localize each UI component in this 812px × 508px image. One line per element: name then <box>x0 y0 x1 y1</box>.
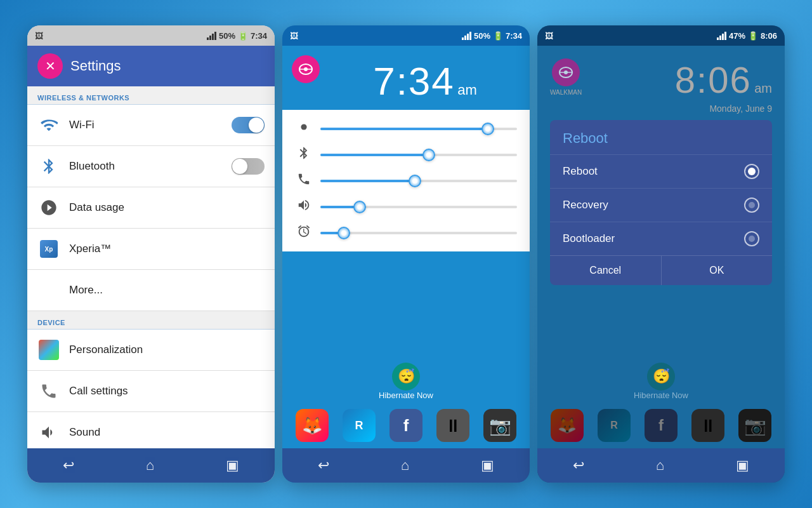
xperia-item[interactable]: Xp Xperia™ <box>27 229 275 270</box>
reboot-radio-recovery[interactable] <box>744 197 759 213</box>
p3-app-fb[interactable]: f <box>645 409 678 442</box>
p3-time-col: 8:06 am Monday, June 9 <box>592 58 772 114</box>
app-icon-2[interactable]: R <box>343 409 376 442</box>
p2-photo-icon: 🖼 <box>290 31 298 41</box>
slider-track-2[interactable] <box>320 154 517 156</box>
xperia-label: Xperia™ <box>69 243 265 255</box>
reboot-option-reboot-label: Reboot <box>563 165 598 178</box>
time-display: 7:34 <box>251 31 267 41</box>
walkman-label: WALKMAN <box>550 89 582 96</box>
bluetooth-toggle[interactable] <box>232 158 265 175</box>
reboot-radio-bootloader-inner <box>749 236 755 242</box>
phone1-status-bar: 🖼 50% 🔋 7:34 <box>27 25 275 46</box>
slider-fill-2 <box>320 154 429 156</box>
app-icon-facebook[interactable]: f <box>390 409 422 442</box>
personalization-item[interactable]: Personalization <box>27 330 275 371</box>
p2-back-icon[interactable]: ↩ <box>318 457 329 474</box>
p3-signal-bars <box>717 32 726 40</box>
sound-icon <box>37 421 60 444</box>
app-icon-4[interactable]: ⏸ <box>436 409 469 442</box>
reboot-radio-bootloader[interactable] <box>744 231 759 246</box>
back-nav-icon[interactable]: ↩ <box>63 457 74 474</box>
phone1: 🖼 50% 🔋 7:34 ✕ Settings <box>27 25 275 483</box>
p3-home-icon[interactable]: ⌂ <box>656 457 664 474</box>
p3-app-5[interactable]: 📷 <box>738 409 771 442</box>
slider-thumb-1[interactable] <box>481 123 494 135</box>
home-nav-icon[interactable]: ⌂ <box>146 457 154 474</box>
p3-ampm: am <box>754 81 772 95</box>
ok-button[interactable]: OK <box>662 256 773 285</box>
call-settings-item[interactable]: Call settings <box>27 371 275 412</box>
reboot-radio-recovery-inner <box>749 202 755 208</box>
slider-thumb-2[interactable] <box>422 149 435 161</box>
signal-percent: 50% <box>219 31 235 41</box>
p3-app-dock: 🦊 R f ⏸ 📷 <box>537 403 785 448</box>
walkman-logo <box>292 55 320 83</box>
svg-point-3 <box>301 124 306 130</box>
p2-signal-percent: 50% <box>474 31 490 41</box>
slider-fill-3 <box>320 180 415 182</box>
p3-app-2[interactable]: R <box>598 409 631 442</box>
p3-app-firefox[interactable]: 🦊 <box>551 409 584 442</box>
p3-signal: 47% <box>729 31 745 41</box>
recent-nav-icon[interactable]: ▣ <box>226 457 239 474</box>
slider-thumb-5[interactable] <box>337 227 350 239</box>
walkman-logo-area <box>292 55 320 83</box>
reboot-dialog-title: Reboot <box>550 120 772 154</box>
hibernate-icon[interactable]: 😴 <box>392 363 420 391</box>
p3-time-digits: 8:06 <box>675 59 752 100</box>
phone1-nav-bar: ↩ ⌂ ▣ <box>27 448 275 483</box>
sound-item[interactable]: Sound <box>27 412 275 448</box>
slider-track-4[interactable] <box>320 206 517 208</box>
sound-label: Sound <box>69 426 265 439</box>
status-left: 🖼 <box>35 31 43 41</box>
bluetooth-icon <box>37 155 60 178</box>
bluetooth-item[interactable]: Bluetooth <box>27 146 275 187</box>
slider-4-icon <box>295 198 313 215</box>
p2-status-right: 50% 🔋 7:34 <box>462 31 522 41</box>
wifi-item[interactable]: Wi-Fi <box>27 105 275 146</box>
p3-time: 8:06 <box>761 31 777 41</box>
bluetooth-label: Bluetooth <box>69 160 223 173</box>
signal-bar-4 <box>214 32 216 40</box>
p3-photo-icon: 🖼 <box>545 31 553 41</box>
p3-recent-icon[interactable]: ▣ <box>736 457 749 474</box>
slider-track-1[interactable] <box>320 128 517 130</box>
battery-icon: 🔋 <box>238 31 248 41</box>
settings-body[interactable]: WIRELESS & NETWORKS Wi-Fi <box>27 86 275 448</box>
p3-back-icon[interactable]: ↩ <box>573 457 584 474</box>
p3-hibernate-icon[interactable]: 😴 <box>647 363 675 391</box>
reboot-option-reboot[interactable]: Reboot <box>550 154 772 188</box>
wifi-toggle[interactable] <box>232 117 265 133</box>
slider-track-5[interactable] <box>320 232 517 234</box>
more-item[interactable]: More... <box>27 270 275 311</box>
app-icon-5[interactable]: 📷 <box>483 409 516 442</box>
slider-row-1 <box>295 120 517 137</box>
p2-app-dock: 🦊 R f ⏸ 📷 <box>282 403 530 448</box>
app-icon-firefox[interactable]: 🦊 <box>296 409 329 442</box>
signal-bar-1 <box>207 37 209 40</box>
cancel-button[interactable]: Cancel <box>550 256 662 285</box>
slider-thumb-3[interactable] <box>409 175 421 187</box>
wifi-label: Wi-Fi <box>69 119 223 131</box>
p3-big-time: 8:06 am <box>592 58 772 101</box>
data-usage-item[interactable]: Data usage <box>27 187 275 229</box>
reboot-option-bootloader[interactable]: Bootloader <box>550 222 772 255</box>
status-right: 50% 🔋 7:34 <box>207 31 267 41</box>
p2-time: 7:34 <box>506 31 522 41</box>
personalization-label: Personalization <box>69 344 265 356</box>
p2-status-left: 🖼 <box>290 31 298 41</box>
p3-app-4[interactable]: ⏸ <box>691 409 724 442</box>
photo-icon: 🖼 <box>35 31 43 41</box>
media-screen: 7:34 am <box>282 46 530 448</box>
svg-point-2 <box>304 67 308 71</box>
slider-track-3[interactable] <box>320 180 517 182</box>
p3-bottom-area: 😴 Hibernate Now 🦊 R f ⏸ 📷 <box>537 363 785 448</box>
slider-thumb-4[interactable] <box>353 201 366 213</box>
reboot-option-recovery-label: Recovery <box>563 199 608 211</box>
reboot-radio-reboot[interactable] <box>744 164 759 179</box>
reboot-option-recovery[interactable]: Recovery <box>550 188 772 222</box>
more-icon <box>37 279 60 302</box>
p2-recent-icon[interactable]: ▣ <box>481 457 494 474</box>
p2-home-icon[interactable]: ⌂ <box>401 457 409 474</box>
